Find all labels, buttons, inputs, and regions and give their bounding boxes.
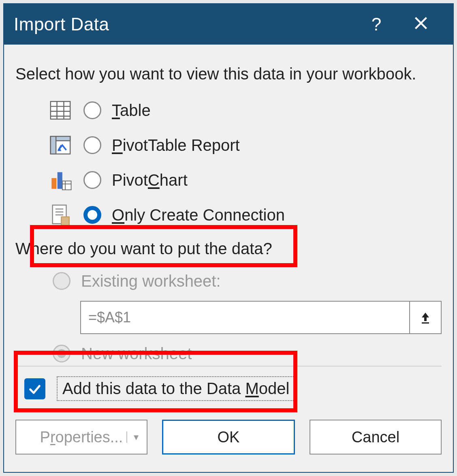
- properties-button: Properties... ▾: [15, 420, 147, 455]
- titlebar: Import Data ?: [4, 4, 453, 45]
- pivotchart-icon: [49, 168, 72, 192]
- view-options-group: Table PivotTable Report: [49, 93, 442, 232]
- pivottable-icon: [49, 133, 72, 157]
- svg-rect-10: [51, 136, 56, 154]
- checkmark-icon: [28, 382, 42, 396]
- existing-label: Existing worksheet:: [81, 272, 221, 290]
- pivottable-label: PivotTable Report: [112, 136, 240, 154]
- range-input: =$A$1: [80, 301, 410, 334]
- range-select-button: [410, 301, 442, 334]
- table-label: Table: [112, 101, 151, 120]
- pivotchart-label: PivotChart: [112, 171, 188, 189]
- data-model-label: Add this data to the Data Model: [57, 376, 295, 401]
- svg-rect-21: [61, 217, 69, 226]
- help-button[interactable]: ?: [354, 14, 399, 34]
- dropdown-caret-icon: ▾: [126, 431, 139, 443]
- option-table[interactable]: Table: [49, 93, 442, 128]
- data-model-checkbox[interactable]: [24, 378, 45, 399]
- option-pivottable[interactable]: PivotTable Report: [49, 128, 442, 163]
- pivottable-radio[interactable]: [83, 136, 101, 154]
- close-icon: [414, 16, 428, 30]
- cancel-button[interactable]: Cancel: [310, 420, 442, 455]
- option-new-worksheet: New worksheet: [53, 341, 442, 366]
- option-pivotchart[interactable]: PivotChart: [49, 163, 442, 197]
- dialog-title: Import Data: [14, 14, 354, 34]
- button-row: Properties... ▾ OK Cancel: [15, 414, 442, 455]
- ok-button[interactable]: OK: [162, 420, 295, 455]
- option-existing-worksheet: Existing worksheet:: [53, 268, 442, 294]
- existing-radio: [53, 272, 70, 290]
- pivotchart-radio[interactable]: [83, 171, 101, 189]
- table-icon: [49, 99, 72, 122]
- connection-label: Only Create Connection: [112, 206, 285, 224]
- svg-rect-14: [62, 181, 71, 190]
- collapse-dialog-icon: [418, 310, 433, 325]
- data-model-row[interactable]: Add this data to the Data Model: [15, 367, 442, 411]
- new-worksheet-radio: [53, 345, 70, 362]
- connection-icon: [49, 203, 72, 227]
- range-field-row: =$A$1: [80, 301, 442, 334]
- view-prompt: Select how you want to view this data in…: [15, 65, 442, 83]
- placement-prompt: Where do you want to put the data?: [15, 240, 442, 258]
- new-worksheet-label: New worksheet: [81, 345, 192, 363]
- option-connection[interactable]: Only Create Connection: [49, 197, 442, 232]
- close-button[interactable]: [399, 14, 443, 34]
- import-data-dialog: Import Data ? Select how you want to vie…: [3, 3, 454, 473]
- svg-rect-13: [58, 172, 62, 189]
- svg-rect-12: [51, 178, 56, 189]
- connection-radio[interactable]: [83, 206, 101, 224]
- table-radio[interactable]: [83, 101, 101, 119]
